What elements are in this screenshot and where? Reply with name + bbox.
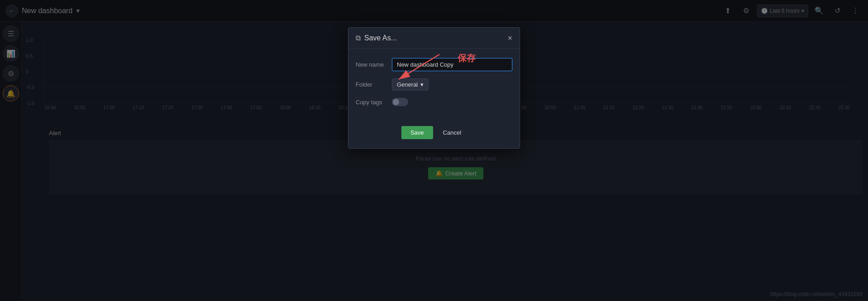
new-name-label: New name: [356, 61, 392, 68]
folder-select[interactable]: General ▾: [392, 78, 429, 91]
copy-tags-row: Copy tags: [356, 98, 512, 106]
new-name-row: New name: [356, 58, 512, 71]
modal-overlay: ⧉ Save As... × New name Folder General ▾…: [0, 0, 868, 301]
modal-footer: Save Cancel: [348, 122, 520, 148]
toggle-knob: [393, 99, 399, 105]
new-name-input[interactable]: [392, 58, 512, 71]
modal-body: New name Folder General ▾ Copy tags: [348, 49, 520, 122]
copy-tags-toggle[interactable]: [392, 98, 408, 106]
save-button[interactable]: Save: [401, 126, 433, 139]
folder-value: General: [397, 81, 418, 88]
folder-dropdown-icon: ▾: [420, 81, 424, 88]
save-as-modal: ⧉ Save As... × New name Folder General ▾…: [348, 27, 520, 149]
modal-header: ⧉ Save As... ×: [348, 28, 520, 49]
modal-title: Save As...: [364, 34, 507, 42]
cancel-button[interactable]: Cancel: [438, 126, 467, 139]
modal-close-button[interactable]: ×: [507, 34, 512, 42]
copy-tags-label: Copy tags: [356, 99, 392, 106]
copy-icon: ⧉: [356, 34, 361, 42]
folder-row: Folder General ▾: [356, 78, 512, 91]
folder-label: Folder: [356, 81, 392, 88]
